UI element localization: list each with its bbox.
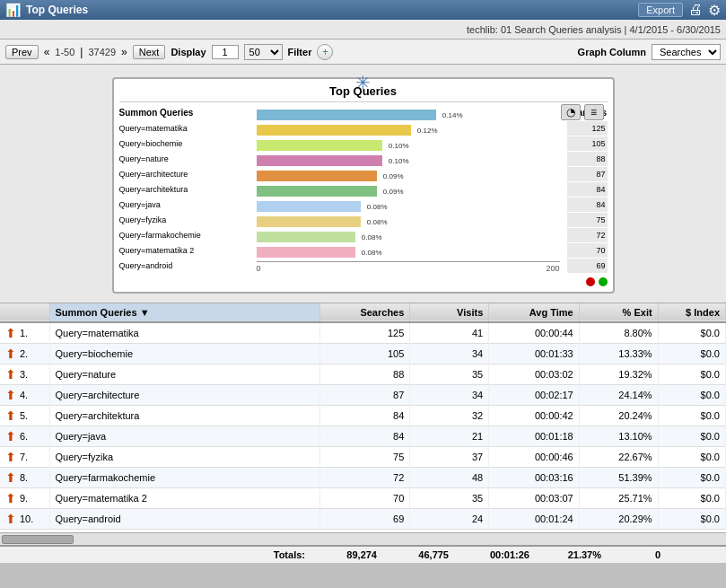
chart-searches-val: 84 bbox=[567, 182, 608, 197]
chart-bar-row: 0.08% bbox=[257, 230, 560, 244]
bar-pct-label: 0.09% bbox=[383, 172, 404, 180]
cell-index: $0.0 bbox=[658, 385, 725, 406]
bar-pct-label: 0.10% bbox=[389, 142, 409, 150]
chart-bar: 0.10% bbox=[257, 155, 382, 166]
table-row: ⬆8.Query=farmakochemie724800:03:1651.39%… bbox=[0, 468, 726, 488]
up-arrow-icon: ⬆ bbox=[5, 491, 16, 505]
rank-number: 2. bbox=[20, 348, 28, 359]
cell-searches: 87 bbox=[319, 385, 409, 406]
rank-number: 6. bbox=[20, 431, 28, 442]
chart-bar-row: 0.10% bbox=[257, 138, 560, 153]
chart-axis: 0 200 bbox=[257, 261, 560, 273]
cell-searches: 72 bbox=[319, 468, 409, 488]
filter-add-button[interactable]: + bbox=[317, 44, 333, 60]
rank-number: 9. bbox=[20, 493, 28, 504]
chart-row-label: Query=biochemie bbox=[119, 139, 245, 148]
dot-green bbox=[599, 277, 608, 286]
cell-rank: ⬆9. bbox=[0, 488, 49, 509]
footer-label: Totals: bbox=[5, 549, 311, 560]
chart-bar: 0.08% bbox=[257, 247, 355, 258]
footer-exit: 21.37% bbox=[535, 549, 607, 560]
chart-searches-val: 75 bbox=[567, 213, 608, 227]
rank-number: 1. bbox=[20, 328, 28, 338]
display-select[interactable]: 50 10 25 100 bbox=[244, 44, 283, 60]
bar-pct-label: 0.08% bbox=[367, 203, 388, 211]
chart-searches-val: 84 bbox=[567, 197, 608, 212]
chart-bar-row: 0.09% bbox=[257, 184, 560, 198]
nav-right-arrows: » bbox=[121, 46, 127, 58]
data-table: Summon Queries ▼ Searches Visits Avg Tim… bbox=[0, 303, 726, 530]
bar-pct-label: 0.09% bbox=[383, 188, 404, 196]
table-row: ⬆2.Query=biochemie1053400:01:3313.33%$0.… bbox=[0, 344, 726, 364]
cell-rank: ⬆10. bbox=[0, 509, 49, 530]
cell-searches: 105 bbox=[319, 344, 409, 364]
horizontal-scrollbar[interactable] bbox=[0, 532, 726, 545]
chart-label-row: Query=farmakochemie bbox=[119, 228, 249, 242]
cell-avgtime: 00:00:46 bbox=[489, 447, 579, 468]
cell-query: Query=biochemie bbox=[49, 344, 319, 364]
app-icon: 📊 bbox=[5, 3, 21, 17]
cell-searches: 84 bbox=[319, 406, 409, 426]
col-exit: % Exit bbox=[579, 303, 658, 322]
chart-bar: 0.12% bbox=[257, 125, 411, 136]
chart-label-row: Query=architecture bbox=[119, 167, 249, 181]
graph-col-select[interactable]: Searches Visits Avg Time % Exit $ Index bbox=[652, 44, 721, 60]
title-bar: 📊 Top Queries Export 🖨 ⚙ bbox=[0, 0, 726, 20]
chart-bar: 0.09% bbox=[257, 186, 377, 197]
chart-row-label: Query=architecture bbox=[119, 170, 245, 179]
sunburst-icon: ✳ bbox=[355, 72, 371, 93]
chart-row-label: Query=nature bbox=[119, 154, 245, 163]
nav-range: 1-50 bbox=[55, 47, 74, 57]
window-title: Top Queries bbox=[26, 4, 638, 16]
cell-rank: ⬆3. bbox=[0, 364, 49, 385]
col-query[interactable]: Summon Queries ▼ bbox=[49, 303, 319, 322]
chart-bar-row: 0.09% bbox=[257, 169, 560, 183]
settings-icon[interactable]: ⚙ bbox=[708, 2, 721, 19]
cell-query: Query=matematika 2 bbox=[49, 488, 319, 509]
chart-label-row: Query=matematika 2 bbox=[119, 243, 249, 258]
bar-pct-label: 0.08% bbox=[362, 233, 382, 241]
footer-index: 0 bbox=[607, 549, 660, 560]
print-icon[interactable]: 🖨 bbox=[688, 2, 703, 18]
up-arrow-icon: ⬆ bbox=[5, 450, 16, 464]
rank-number: 4. bbox=[20, 390, 28, 400]
cell-exit: 25.71% bbox=[579, 488, 658, 509]
export-button[interactable]: Export bbox=[638, 3, 683, 17]
up-arrow-icon: ⬆ bbox=[5, 512, 16, 526]
chart-searches-val: 105 bbox=[567, 136, 608, 151]
cell-query: Query=android bbox=[49, 509, 319, 530]
cell-avgtime: 00:01:18 bbox=[489, 426, 579, 447]
display-input[interactable] bbox=[212, 45, 239, 59]
chart-bar: 0.08% bbox=[257, 201, 361, 212]
chart-bar-row: 0.08% bbox=[257, 215, 560, 229]
cell-visits: 37 bbox=[410, 447, 489, 468]
axis-max: 200 bbox=[546, 264, 559, 273]
prev-button[interactable]: Prev bbox=[5, 45, 39, 59]
chart-bar-icon[interactable]: ≡ bbox=[584, 104, 604, 120]
cell-query: Query=java bbox=[49, 426, 319, 447]
next-button[interactable]: Next bbox=[133, 45, 166, 59]
cell-exit: 19.32% bbox=[579, 364, 658, 385]
title-bar-controls: Export 🖨 ⚙ bbox=[638, 2, 721, 19]
cell-avgtime: 00:02:17 bbox=[489, 385, 579, 406]
rank-number: 8. bbox=[20, 472, 28, 483]
bar-pct-label: 0.12% bbox=[417, 127, 438, 135]
cell-avgtime: 00:01:33 bbox=[489, 344, 579, 364]
data-table-wrap: Summon Queries ▼ Searches Visits Avg Tim… bbox=[0, 303, 726, 532]
nav-left-arrows: « bbox=[44, 46, 50, 58]
chart-container: ✳ Top Queries ◔ ≡ Summon Queries Query=m… bbox=[0, 65, 726, 303]
chart-bar: 0.08% bbox=[257, 232, 355, 242]
action-bar: techlib: 01 Search Queries analysis | 4/… bbox=[0, 20, 726, 39]
report-info: techlib: 01 Search Queries analysis | 4/… bbox=[467, 24, 721, 35]
rank-cell-inner: ⬆2. bbox=[5, 347, 44, 361]
up-arrow-icon: ⬆ bbox=[5, 408, 16, 423]
chart-pie-icon[interactable]: ◔ bbox=[561, 104, 581, 120]
cell-index: $0.0 bbox=[658, 447, 725, 468]
cell-searches: 88 bbox=[319, 364, 409, 385]
col-avgtime: Avg Time bbox=[489, 303, 579, 322]
chart-labels-col: Summon Queries Query=matematikaQuery=bio… bbox=[119, 108, 249, 274]
cell-query: Query=architecture bbox=[49, 385, 319, 406]
chart-row-label: Query=java bbox=[119, 200, 245, 209]
cell-index: $0.0 bbox=[658, 344, 725, 364]
scrollbar-thumb[interactable] bbox=[2, 535, 74, 544]
